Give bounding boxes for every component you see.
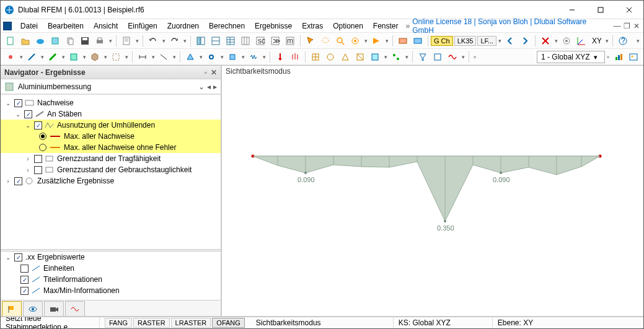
redo-dropdown[interactable]: ▾ — [182, 38, 188, 44]
view-button[interactable] — [348, 34, 362, 48]
tb2-overflow[interactable]: » — [472, 54, 478, 60]
copy-doc-button[interactable] — [63, 34, 77, 48]
cb-gzt[interactable] — [34, 155, 42, 163]
spring-tool[interactable] — [247, 50, 260, 64]
expand-gzg[interactable]: › — [24, 167, 32, 173]
menu-bearbeiten[interactable]: Bearbeiten — [43, 19, 89, 33]
tab-lraster[interactable]: LRASTER — [171, 318, 211, 328]
navigator-pin-icon[interactable]: ▫ — [205, 68, 207, 77]
expand-anstaeben[interactable]: ⌄ — [14, 111, 22, 118]
mesh6-dd[interactable]: ▾ — [404, 54, 410, 60]
window-close-button[interactable] — [615, 1, 643, 19]
cb-gzg[interactable] — [34, 166, 42, 174]
seq-button[interactable]: ≫ — [268, 34, 282, 48]
window-maximize-button[interactable] — [586, 1, 615, 19]
tb2-overflow2[interactable]: » — [605, 54, 611, 60]
mdi-restore[interactable]: ❐ — [622, 22, 631, 30]
dim2-dd[interactable]: ▾ — [171, 54, 177, 60]
next-lc-button[interactable] — [518, 34, 532, 48]
img-tool[interactable] — [627, 50, 640, 64]
table-button[interactable] — [224, 34, 237, 48]
tree-maxall[interactable]: Max. aller Nachweise — [64, 132, 135, 141]
expand-ausnutzung[interactable]: ⌄ — [24, 122, 32, 129]
help-button[interactable]: ? — [616, 34, 630, 48]
sol-dd[interactable]: ▾ — [102, 54, 108, 60]
mesh4-tool[interactable] — [353, 50, 367, 64]
navtab-2[interactable] — [23, 301, 43, 316]
node-tool[interactable] — [4, 50, 17, 64]
tb1-overflow[interactable]: ▾ — [635, 38, 641, 44]
lf-dropdown[interactable]: LF... — [477, 36, 496, 46]
tab-ofang[interactable]: OFANG — [212, 318, 245, 328]
menu-overflow[interactable]: » — [406, 22, 410, 30]
mdi-icon[interactable] — [3, 22, 12, 30]
view-dropdown[interactable]: ▾ — [363, 38, 369, 44]
mesh5-tool[interactable] — [368, 50, 382, 64]
member-tool[interactable] — [46, 50, 60, 64]
select-button[interactable] — [304, 34, 317, 48]
solid-tool[interactable] — [88, 50, 102, 64]
navigator-subheader[interactable]: Aluminiumbemessung ⌄ ◂ ▸ — [1, 79, 221, 94]
tree-titelinfo[interactable]: Titelinformationen — [43, 275, 102, 284]
navtab-1[interactable] — [2, 301, 22, 316]
report-button[interactable] — [120, 34, 133, 48]
panel1-button[interactable] — [194, 34, 208, 48]
window-minimize-button[interactable] — [558, 1, 586, 19]
tree-anstaeben[interactable]: An Stäben — [47, 110, 82, 118]
chart-tool[interactable] — [612, 50, 625, 64]
navigator-tree-bottom[interactable]: ⌄ .xx Ergebniswerte Einheiten Titelinfor… — [1, 252, 221, 300]
tree-gzg[interactable]: Grenzzustand der Gebrauchstauglichkeit — [57, 165, 192, 174]
unit-button[interactable]: m — [283, 34, 297, 48]
load1-tool[interactable] — [273, 50, 287, 64]
radio-maxall[interactable] — [39, 133, 46, 140]
menu-optionen[interactable]: Optionen — [328, 19, 368, 33]
cb-titelinfo[interactable] — [20, 276, 29, 284]
cb-nachweise[interactable] — [14, 99, 22, 107]
menu-einfuegen[interactable]: Einfügen — [123, 19, 162, 33]
arrow-dropdown[interactable]: ▾ — [384, 38, 390, 44]
clip-tool[interactable] — [431, 50, 444, 64]
dim-dd[interactable]: ▾ — [150, 54, 156, 60]
tab-raster[interactable]: RASTER — [133, 318, 170, 328]
axes-button[interactable] — [575, 34, 588, 48]
prev-lc-button[interactable] — [503, 34, 517, 48]
surf-dd[interactable]: ▾ — [81, 54, 87, 60]
undo-dropdown[interactable]: ▾ — [161, 38, 167, 44]
tree-ausnutzung[interactable]: Ausnutzung der Umhüllenden — [57, 121, 155, 129]
lf-dropdown-arrow[interactable]: ▾ — [496, 38, 503, 44]
delete-dropdown[interactable]: ▾ — [553, 38, 559, 44]
loadcase-button[interactable] — [396, 34, 410, 48]
menu-ergebnisse[interactable]: Ergebnisse — [250, 19, 297, 33]
menu-extras[interactable]: Extras — [297, 19, 328, 33]
delete-button[interactable] — [539, 34, 552, 48]
license-link[interactable]: Online License 18 | Sonja von Bloh | Dlu… — [412, 17, 611, 35]
sup-dd[interactable]: ▾ — [198, 54, 204, 60]
hin-dd[interactable]: ▾ — [219, 54, 225, 60]
navigator-sub-prev[interactable]: ◂ — [207, 82, 211, 91]
tree-zusatz[interactable]: Zusätzliche Ergebnisse — [37, 177, 114, 185]
tree-einheiten[interactable]: Einheiten — [43, 264, 74, 273]
load2-tool[interactable] — [288, 50, 302, 64]
tab-fang[interactable]: FANG — [105, 318, 132, 328]
navigator-tree-top[interactable]: ⌄ Nachweise ⌄ An Stäben ⌄ Ausnutzung der… — [1, 94, 221, 249]
zoom-button[interactable] — [333, 34, 347, 48]
lk-dropdown[interactable]: LK35 — [454, 36, 477, 46]
menu-berechnen[interactable]: Berechnen — [204, 19, 250, 33]
tree-maxall-ohne[interactable]: Max. aller Nachweise ohne Fehler — [64, 143, 176, 152]
combo-button[interactable] — [411, 34, 425, 48]
release-tool[interactable] — [226, 50, 239, 64]
open-button[interactable] — [19, 34, 32, 48]
viewport-canvas[interactable]: 0.090 0.350 0.090 — [228, 82, 637, 316]
gch-badge[interactable]: G Ch — [431, 36, 453, 46]
redo-button[interactable] — [167, 34, 181, 48]
new-button[interactable] — [4, 34, 17, 48]
mesh6-tool[interactable] — [389, 50, 403, 64]
cb-einheiten[interactable] — [20, 265, 29, 273]
cb-zusatz[interactable] — [14, 177, 22, 185]
lasso-button[interactable] — [319, 34, 332, 48]
spr-dd[interactable]: ▾ — [261, 54, 267, 60]
tree-gzt[interactable]: Grenzzustand der Tragfähigkeit — [57, 154, 161, 163]
open-dd[interactable]: ▾ — [123, 54, 130, 60]
mesh5-dd[interactable]: ▾ — [382, 54, 389, 60]
arrow-button[interactable] — [369, 34, 383, 48]
